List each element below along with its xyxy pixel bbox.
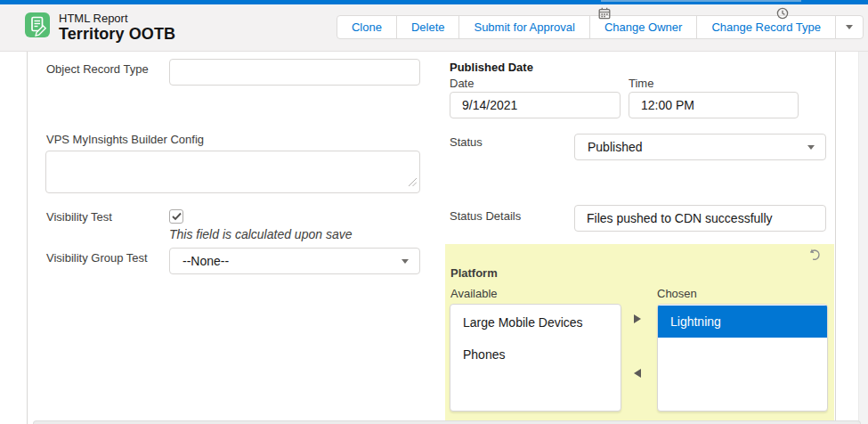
published-date-input[interactable] [450,92,621,118]
form-left-border [27,52,28,424]
move-left-button[interactable] [630,366,645,380]
record-type-label: HTML Report [59,12,128,25]
status-details-input[interactable] [574,205,826,232]
status-value: Published [588,140,643,154]
chevron-down-icon [846,25,853,29]
listbox-option[interactable]: Large Mobile Devices [450,306,621,338]
time-sublabel: Time [629,76,653,91]
visibility-group-test-value: --None-- [183,254,229,268]
change-record-type-button[interactable]: Change Record Type [696,15,836,39]
record-edit-page: HTML Report Territory OOTB Clone Delete … [0,0,868,424]
next-section-edge [33,420,861,424]
status-label: Status [450,135,483,150]
platform-label: Platform [450,266,498,280]
object-record-type-input[interactable] [169,59,420,86]
html-report-icon [25,12,50,37]
vps-config-label: VPS MyInsights Builder Config [46,132,313,147]
listbox-option-selected[interactable]: Lightning [658,306,827,338]
form-right-border [835,52,836,424]
page-title: Territory OOTB [59,25,175,44]
undo-icon [807,248,822,262]
listbox-option[interactable]: Phones [450,338,621,371]
undo-button[interactable] [807,248,823,264]
chevron-down-icon [402,259,409,264]
checkmark-icon [172,212,182,221]
chosen-label: Chosen [657,287,697,300]
status-select[interactable]: Published [574,134,826,160]
vps-config-textarea[interactable] [45,151,420,193]
published-time-input[interactable] [629,92,799,118]
brand-bar-highlight [601,0,801,2]
visibility-test-label: Visibility Test [46,209,162,224]
calendar-icon[interactable] [598,7,611,20]
visibility-group-test-select[interactable]: --None-- [169,248,420,274]
scrollbar-track[interactable] [858,52,868,424]
visibility-test-help-text: This field is calculated upon save [169,227,352,241]
submit-for-approval-button[interactable]: Submit for Approval [458,15,589,39]
resize-handle-icon[interactable] [409,174,417,190]
platform-section: Platform Available Chosen Large Mobile D… [445,244,834,420]
chosen-listbox: Lightning [657,304,828,412]
right-arrow-icon [634,314,641,323]
page-header: HTML Report Territory OOTB Clone Delete … [0,4,868,52]
date-sublabel: Date [450,76,474,91]
move-right-button[interactable] [630,312,645,326]
delete-button[interactable]: Delete [396,15,460,39]
chevron-down-icon [807,145,815,150]
document-pencil-glyph [25,12,50,37]
visibility-group-test-label: Visibility Group Test [46,250,162,265]
published-date-label: Published Date [450,60,533,75]
clock-icon[interactable] [776,7,789,20]
more-actions-button[interactable] [835,15,864,39]
object-record-type-label: Object Record Type [46,61,162,77]
clone-button[interactable]: Clone [337,15,397,39]
available-label: Available [450,287,498,300]
status-details-label: Status Details [450,208,521,224]
available-listbox: Large Mobile Devices Phones [450,304,621,412]
visibility-test-checkbox[interactable] [169,209,183,224]
left-arrow-icon [634,369,641,378]
